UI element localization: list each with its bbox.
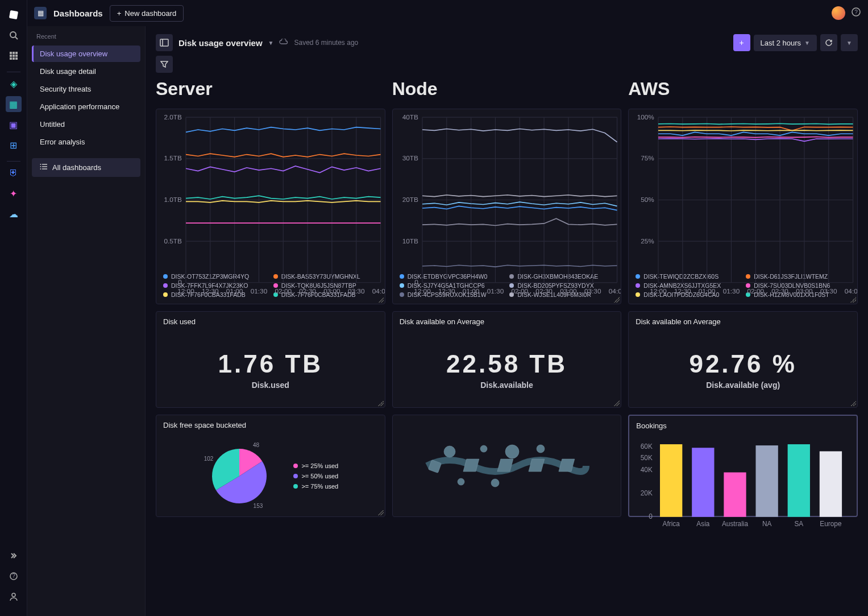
cloud-sync-icon <box>279 38 288 48</box>
metric-title: Disk available on Average <box>393 312 621 332</box>
svg-rect-0 <box>9 10 18 19</box>
chevron-down-icon[interactable]: ▼ <box>268 40 274 46</box>
svg-rect-5 <box>15 52 18 54</box>
legend-item[interactable]: >= 50% used <box>293 473 338 479</box>
shield-icon[interactable]: ⛨ <box>6 165 22 181</box>
svg-rect-4 <box>13 52 15 54</box>
plus-icon: + <box>117 9 122 18</box>
legend-label: >= 50% used <box>301 473 338 479</box>
svg-point-114 <box>537 445 545 453</box>
time-range-button[interactable]: Last 2 hours ▼ <box>754 35 817 51</box>
svg-text:04:00: 04:00 <box>845 287 857 295</box>
new-dashboard-button[interactable]: + New dashboard <box>110 5 184 22</box>
list-icon <box>40 163 48 172</box>
network-icon[interactable]: ✦ <box>6 185 22 201</box>
global-help-icon[interactable]: ? <box>851 7 861 19</box>
sidebar-item-label: Security threats <box>40 85 91 93</box>
sidebar-item-label: Error analysis <box>40 138 85 146</box>
svg-text:12:30: 12:30 <box>438 287 455 295</box>
svg-rect-6 <box>10 55 12 57</box>
svg-rect-9 <box>10 57 12 60</box>
svg-text:?: ? <box>12 573 15 579</box>
cloud-icon[interactable]: ☁ <box>6 206 22 222</box>
nav-rail: ◈ ▦ ▣ ⊞ ⛨ ✦ ☁ ? <box>0 0 27 616</box>
section-heading-aws: AWS <box>628 78 858 102</box>
new-dashboard-label: New dashboard <box>124 9 176 18</box>
svg-text:02:30: 02:30 <box>772 287 789 295</box>
svg-text:01:00: 01:00 <box>463 287 480 295</box>
topbar: ▦ Dashboards + New dashboard ? <box>27 0 868 26</box>
metric-panel-disk-available: Disk available on Average 22.58 TB Disk.… <box>392 311 622 408</box>
resize-handle[interactable] <box>850 297 856 303</box>
apps-icon[interactable] <box>6 48 22 64</box>
svg-rect-23 <box>160 39 168 46</box>
box-icon[interactable]: ▣ <box>6 117 22 133</box>
sidebar-item[interactable]: Security threats <box>32 81 140 97</box>
legend-dot-icon <box>293 464 298 468</box>
section-title: Dashboards <box>53 9 103 18</box>
svg-text:04:00: 04:00 <box>372 287 385 295</box>
svg-text:SA: SA <box>795 519 804 527</box>
dashboard-name: Disk usage overview <box>178 38 263 48</box>
sidebar-item[interactable]: Application performance <box>32 98 140 115</box>
search-icon[interactable] <box>6 27 22 43</box>
svg-rect-129 <box>692 448 715 517</box>
svg-rect-135 <box>788 444 810 517</box>
sidebar-item[interactable]: Error analysis <box>32 134 140 150</box>
user-icon[interactable] <box>6 589 22 605</box>
resize-handle[interactable] <box>850 400 856 406</box>
resize-handle[interactable] <box>378 400 384 406</box>
svg-text:?: ? <box>854 9 858 15</box>
svg-text:04:00: 04:00 <box>608 287 621 295</box>
sidebar-item[interactable]: Untitled <box>32 116 140 133</box>
svg-rect-131 <box>724 472 746 516</box>
saved-status: Saved 6 minutes ago <box>294 39 358 47</box>
svg-text:Europe: Europe <box>820 519 842 527</box>
svg-point-115 <box>458 478 464 485</box>
svg-text:03:30: 03:30 <box>584 287 601 295</box>
filter-button[interactable] <box>156 56 173 73</box>
grid-icon[interactable]: ⊞ <box>6 137 22 153</box>
time-range-label: Last 2 hours <box>761 39 801 47</box>
legend-label: >= 75% used <box>301 483 338 490</box>
pie-panel: Disk free space bucketed 48153102 >= 25%… <box>156 415 385 517</box>
svg-text:0: 0 <box>178 278 182 286</box>
separator <box>7 72 20 72</box>
svg-point-21 <box>40 166 41 167</box>
svg-text:40K: 40K <box>641 466 653 474</box>
logo-icon[interactable] <box>6 7 22 23</box>
svg-text:01:30: 01:30 <box>723 287 740 295</box>
svg-text:12:30: 12:30 <box>674 287 691 295</box>
resize-handle[interactable] <box>378 297 384 303</box>
all-dashboards-button[interactable]: All dashboards <box>32 158 140 177</box>
dashboards-icon[interactable]: ▦ <box>6 96 22 112</box>
avatar[interactable] <box>832 6 845 20</box>
resize-handle[interactable] <box>614 297 620 303</box>
svg-point-22 <box>40 168 41 169</box>
section-heading-server: Server <box>156 78 385 102</box>
toggle-sidebar-button[interactable] <box>156 34 173 51</box>
sidebar-item[interactable]: Disk usage overview <box>32 46 140 62</box>
svg-text:Australia: Australia <box>722 519 748 527</box>
help-icon[interactable]: ? <box>6 568 22 584</box>
resize-handle[interactable] <box>614 400 620 406</box>
svg-rect-137 <box>820 451 842 516</box>
svg-text:01:00: 01:00 <box>699 287 716 295</box>
add-button[interactable]: + <box>733 34 750 51</box>
resize-handle[interactable] <box>378 510 384 515</box>
refresh-button[interactable] <box>820 34 837 51</box>
line-chart-panel-aws: 25%50%75%100%12:0012:3001:0001:3002:0002… <box>628 109 858 304</box>
svg-text:Asia: Asia <box>697 519 710 527</box>
legend-item[interactable]: >= 25% used <box>293 462 338 469</box>
svg-point-1 <box>10 32 16 38</box>
svg-rect-127 <box>660 444 682 517</box>
svg-rect-133 <box>756 445 778 517</box>
sidebar-item[interactable]: Disk usage detail <box>32 63 140 80</box>
legend-item[interactable]: >= 75% used <box>293 483 338 490</box>
more-button[interactable]: ▼ <box>841 34 858 51</box>
expand-icon[interactable] <box>6 548 22 564</box>
cube-icon[interactable]: ◈ <box>6 76 22 92</box>
svg-text:75%: 75% <box>641 154 655 162</box>
svg-text:102: 102 <box>204 455 214 461</box>
svg-text:01:30: 01:30 <box>487 287 504 295</box>
